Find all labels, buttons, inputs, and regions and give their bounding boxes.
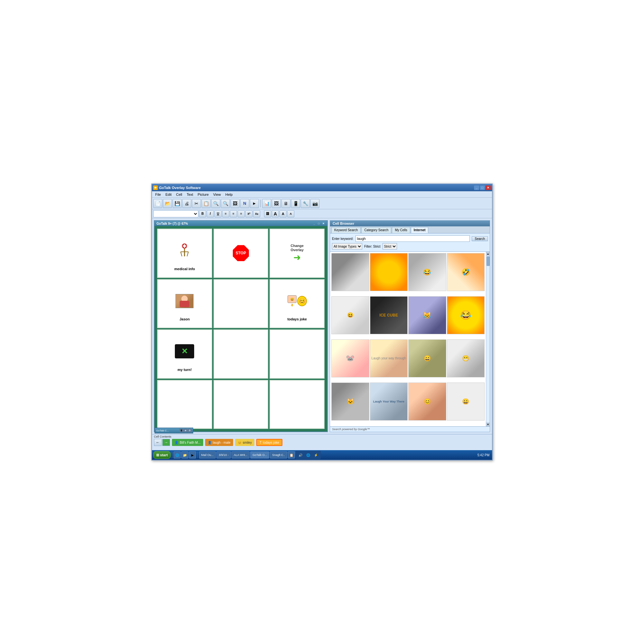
scroll-thumb[interactable] [487, 256, 490, 266]
tag-bills-faith[interactable]: 👤 Bill's Faith M... [172, 439, 203, 446]
cell-empty-5[interactable] [213, 380, 269, 429]
btn4[interactable]: 🖨 [182, 199, 191, 208]
taskbar-sys-3[interactable]: ⚡ [312, 451, 319, 459]
image-thumb-13[interactable]: 🐱 [331, 383, 369, 421]
cell-empty-1[interactable] [213, 279, 269, 328]
image-thumb-15[interactable]: Laugh Your Way There [370, 383, 408, 421]
subscript-btn[interactable]: x₂ [253, 210, 260, 217]
tag-smiley[interactable]: 😊 smiley [235, 439, 254, 446]
image-type-select[interactable]: All Image Types [332, 243, 362, 250]
gotalk-mini-icon-2[interactable]: 👁 [184, 429, 187, 432]
taskbar-ala[interactable]: ALA Writ... [232, 451, 250, 459]
new-btn[interactable]: 📄 [153, 199, 162, 208]
align-right-btn[interactable]: ≡ [238, 210, 245, 217]
nav-forward[interactable]: → [162, 439, 170, 446]
tag-todays-joke[interactable]: T todays joke [256, 439, 282, 446]
font-med-btn[interactable]: A [279, 210, 287, 217]
tab-internet[interactable]: Internet [411, 227, 429, 233]
btn11[interactable]: ▶ [250, 199, 259, 208]
align-left-btn[interactable]: ≡ [222, 210, 229, 217]
font-select[interactable] [153, 210, 198, 217]
img-btn[interactable]: 🖼 [264, 210, 271, 217]
image-thumb-6[interactable]: ICE CUBE [370, 296, 408, 334]
btn16[interactable]: 🔧 [301, 199, 310, 208]
gotalk-close[interactable]: ✕ [321, 222, 325, 225]
btn12[interactable]: 📊 [262, 199, 271, 208]
menu-cell[interactable]: Cell [174, 192, 184, 197]
search-button[interactable]: Search [472, 236, 488, 241]
taskbar-mail[interactable]: Mail Ou... [199, 451, 216, 459]
btn7[interactable]: 🔍 [211, 199, 220, 208]
maximize-button[interactable]: □ [480, 185, 485, 190]
taskbar-folder-icon[interactable]: 📁 [181, 451, 188, 459]
image-thumb-8[interactable]: 😂 [447, 296, 485, 334]
menu-text[interactable]: Text [185, 192, 195, 197]
image-thumb-1[interactable] [331, 253, 369, 291]
close-button[interactable]: ✕ [486, 185, 491, 190]
cell-jason[interactable]: Jason [157, 279, 212, 328]
gotalk-mini-icon-3[interactable]: ⚙ [188, 429, 192, 432]
cell-todays-joke[interactable]: 😄 🤚 😊 todays joke [270, 279, 325, 328]
taskbar-gotalk[interactable]: GoTalk O... [250, 451, 269, 459]
nav-back[interactable]: ← [154, 439, 162, 446]
btn8[interactable]: 🔍 [221, 199, 230, 208]
cell-empty-4[interactable] [157, 380, 212, 429]
open-btn[interactable]: 📂 [163, 199, 172, 208]
btn9[interactable]: 🖼 [231, 199, 240, 208]
scroll-up-btn[interactable]: ▲ [486, 252, 490, 256]
align-center-btn[interactable]: ≡ [230, 210, 237, 217]
btn13[interactable]: 🖼 [272, 199, 281, 208]
image-thumb-12[interactable]: 😁 [447, 339, 485, 377]
btn15[interactable]: 📱 [291, 199, 300, 208]
cell-empty-6[interactable] [270, 380, 325, 429]
image-thumb-16[interactable]: 😊 [408, 383, 446, 421]
underline-btn[interactable]: U [214, 210, 222, 217]
minimize-button[interactable]: _ [474, 185, 479, 190]
font-small-btn[interactable]: A [287, 210, 294, 217]
image-thumb-4[interactable]: 🤣 [447, 253, 485, 291]
taskbar-sys-2[interactable]: 🌐 [305, 451, 312, 459]
menu-help[interactable]: Help [223, 192, 235, 197]
cell-my-turn[interactable]: my turn! [157, 329, 212, 379]
cell-stop[interactable]: STOP [213, 229, 269, 278]
gotalk-min[interactable]: _ [312, 222, 316, 225]
tab-category-search[interactable]: Category Search [361, 227, 391, 233]
cell-empty-3[interactable] [270, 329, 325, 379]
browser-scrollbar[interactable]: ▲ ▼ [486, 252, 490, 426]
cell-medical-info[interactable]: medical info [157, 229, 212, 278]
tab-my-cells[interactable]: My Cells [392, 227, 410, 233]
gotalk-mini-icons[interactable]: 📱 👁 ⚙ [179, 429, 192, 432]
save-btn[interactable]: 💾 [173, 199, 182, 208]
image-thumb-2[interactable] [370, 253, 408, 291]
tab-keyword-search[interactable]: Keyword Search [331, 227, 361, 233]
taskbar-sys-1[interactable]: 🔊 [297, 451, 304, 459]
taskbar-snagit[interactable]: Snaglt C.. [270, 451, 287, 459]
italic-btn[interactable]: I [207, 210, 214, 217]
search-input[interactable] [355, 235, 470, 242]
bold-btn[interactable]: B [199, 210, 206, 217]
gotalk-mini-icon-1[interactable]: 📱 [179, 429, 183, 432]
image-thumb-5[interactable]: 😆 [331, 296, 369, 334]
menu-edit[interactable]: Edit [164, 192, 174, 197]
btn14[interactable]: 🖥 [281, 199, 290, 208]
cell-empty-2[interactable] [213, 329, 269, 379]
font-large-btn[interactable]: A [272, 210, 279, 217]
title-bar-controls[interactable]: _ □ ✕ [474, 185, 491, 190]
superscript-btn[interactable]: x² [245, 210, 252, 217]
btn6[interactable]: 📋 [202, 199, 211, 208]
btn17[interactable]: 📷 [310, 199, 319, 208]
cell-change-overlay[interactable]: ChangeOverlay ➜ [270, 229, 325, 278]
btn5[interactable]: ✂ [192, 199, 201, 208]
start-button[interactable]: ⊞ start [153, 451, 171, 459]
menu-view[interactable]: View [211, 192, 223, 197]
tag-laugh-male[interactable]: 👤 laugh - male [205, 439, 233, 446]
image-thumb-3[interactable]: 😂 [408, 253, 446, 291]
gotalk-max[interactable]: □ [317, 222, 321, 225]
image-thumb-extra[interactable]: 😀 [447, 383, 485, 421]
menu-file[interactable]: File [153, 192, 163, 197]
image-thumb-9[interactable]: 🐭 [331, 339, 369, 377]
strict-select[interactable]: Strict [383, 243, 397, 250]
image-thumb-7[interactable]: 😹 [408, 296, 446, 334]
taskbar-item-2[interactable]: 3/9/10 - [216, 451, 231, 459]
taskbar-ie-icon[interactable]: 🌐 [174, 451, 181, 459]
